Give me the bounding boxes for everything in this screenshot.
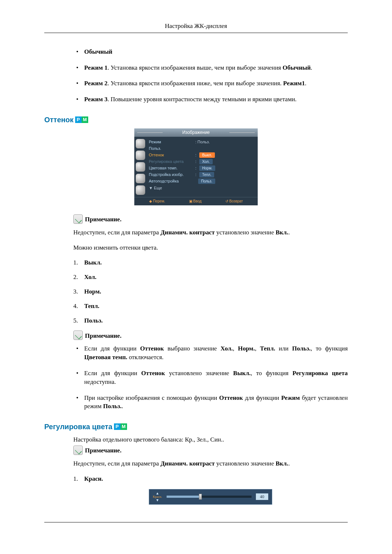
slider-track — [167, 496, 252, 498]
slider-figure: ▲ Красн. ▼ 40 — [73, 489, 348, 505]
badge-p-icon: P — [114, 423, 121, 430]
tone-description: Можно изменить оттенки цвета. — [73, 243, 348, 252]
list-item: Хол. — [73, 273, 348, 282]
osd-footer: ◆ Перем. ▣ Ввод ↺ Возврат — [134, 197, 258, 205]
list-item: Выкл. — [73, 258, 348, 267]
list-item: Если для функции Оттенок установлено зна… — [73, 369, 348, 386]
section-color-heading: Регулировка цвета P M — [44, 422, 348, 432]
osd-hint-move: ◆ Перем. — [149, 199, 165, 204]
mode-name: Режим 1 — [84, 64, 107, 71]
mode-list: Обычный Режим 1. Установка яркости изобр… — [73, 48, 348, 104]
note-text: Недоступен, если для параметра Динамич. … — [73, 459, 348, 468]
color-description: Настройка отдельного цветового баланса: … — [73, 435, 348, 444]
list-item: Красн. — [73, 475, 348, 483]
list-item: Если для функции Оттенок выбрано значени… — [73, 344, 348, 362]
badge-p-icon: P — [75, 116, 82, 123]
section-tone-heading: Оттенок P M — [44, 115, 348, 125]
note-icon — [73, 331, 83, 340]
note-text: Недоступен, если для параметра Динамич. … — [73, 228, 348, 237]
page-title: Настройка ЖК-дисплея — [165, 22, 227, 29]
osd-figure: Изображение Режим: Польз. Польз. Оттенок… — [44, 128, 348, 205]
list-item: При настройке изображения с помощью функ… — [73, 394, 348, 411]
mode-item: Режим 1. Установка яркости изображения в… — [73, 63, 348, 72]
osd-hint-enter: ▣ Ввод — [189, 199, 202, 204]
osd-option: Польз. — [198, 178, 215, 184]
section-title: Оттенок — [44, 115, 74, 125]
badge-m-icon: M — [82, 116, 88, 123]
osd-option: Норм. — [199, 165, 215, 171]
note-label: Примечание. — [85, 215, 122, 224]
note-icon — [73, 446, 83, 455]
osd-tab-icon — [136, 151, 145, 160]
color-options-list: Красн. — [73, 475, 348, 483]
osd-more-indicator: ▼ Еще — [149, 185, 255, 191]
section-title: Регулировка цвета — [44, 422, 113, 432]
osd-option: Хол. — [199, 159, 213, 164]
badge-group: P M — [114, 423, 127, 430]
osd-option: Выкл. — [199, 152, 215, 158]
tone-notes-list: Если для функции Оттенок выбрано значени… — [73, 344, 348, 411]
slider-handle — [199, 494, 202, 500]
note-block: Примечание. — [73, 214, 348, 224]
mode-name: Обычный — [84, 48, 112, 55]
osd-icon-strip — [134, 137, 147, 197]
osd-panel: Изображение Режим: Польз. Польз. Оттенок… — [134, 128, 258, 205]
arrow-down-icon: ▼ — [156, 498, 159, 502]
slider-value: 40 — [256, 493, 268, 500]
note-block: Примечание. — [73, 446, 348, 455]
osd-option: Тепл. — [199, 172, 214, 177]
osd-menu: Режим: Польз. Польз. Оттенок: Выкл. Регу… — [147, 137, 258, 197]
osd-tab-icon — [136, 162, 145, 172]
mode-name: Режим 2 — [84, 80, 107, 87]
note-label: Примечание. — [85, 446, 122, 455]
mode-item: Режим 3. Повышение уровня контрастности … — [73, 95, 348, 104]
badge-m-icon: M — [121, 423, 127, 430]
list-item: Польз. — [73, 316, 348, 325]
page-header: Настройка ЖК-дисплея — [44, 22, 348, 33]
note-icon — [73, 214, 83, 224]
page-footer-rule — [44, 522, 348, 522]
mode-item: Режим 2. Установка яркости изображения н… — [73, 79, 348, 88]
osd-selected-row: Оттенок — [149, 152, 192, 158]
list-item: Норм. — [73, 287, 348, 296]
mode-list-block: Обычный Режим 1. Установка яркости изобр… — [73, 48, 348, 104]
slider-label-block: ▲ Красн. ▼ — [153, 492, 162, 502]
list-item: Тепл. — [73, 302, 348, 311]
note-label: Примечание. — [85, 332, 122, 340]
osd-tab-icon — [136, 185, 145, 195]
slider-fill — [167, 496, 201, 498]
mode-item: Обычный — [73, 48, 348, 56]
mode-name: Режим 3 — [84, 96, 107, 103]
osd-tab-icon — [136, 174, 145, 183]
osd-hint-back: ↺ Возврат — [225, 199, 243, 204]
osd-tab-icon — [136, 139, 145, 148]
osd-title: Изображение — [134, 128, 258, 137]
badge-group: P M — [75, 116, 88, 123]
slider-panel: ▲ Красн. ▼ 40 — [149, 489, 272, 505]
tone-options-list: Выкл. Хол. Норм. Тепл. Польз. — [73, 258, 348, 325]
note-block: Примечание. — [73, 331, 348, 340]
